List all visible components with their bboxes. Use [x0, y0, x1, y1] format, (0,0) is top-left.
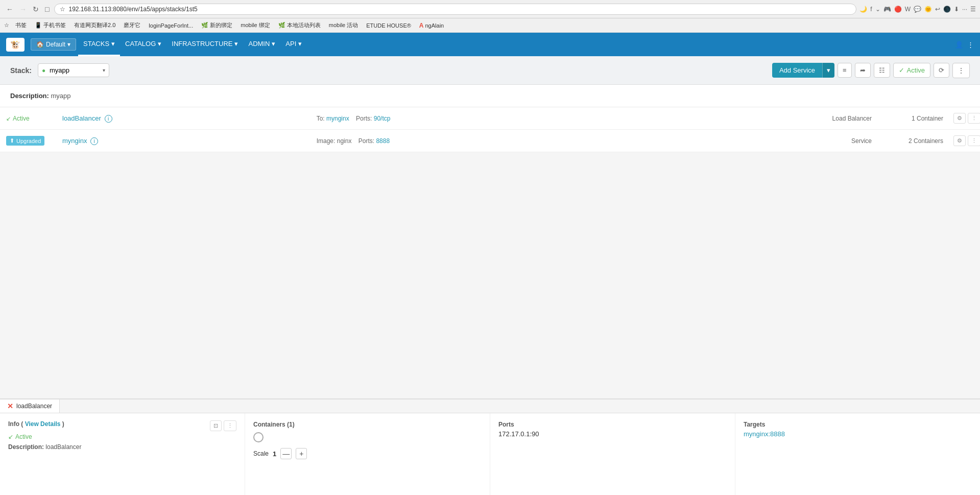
nav-admin-label: ADMIN	[248, 40, 270, 48]
service-name-link[interactable]: loadBalancer	[62, 114, 101, 122]
url-bar[interactable]: ☆ 192.168.31.113:8080/env/1a5/apps/stack…	[54, 4, 856, 15]
bookmark-label: mobile 绑定	[241, 21, 270, 29]
refresh-button[interactable]: ⟳	[934, 63, 949, 78]
bookmark-label: 书签	[15, 21, 27, 29]
info-icon[interactable]: i	[105, 115, 112, 123]
nav-infrastructure-label: INFRASTRUCTURE	[172, 40, 232, 48]
bookmark-moya[interactable]: 磨牙它	[122, 20, 142, 30]
bookmark-label: ngAlain	[425, 22, 444, 29]
env-label: Default	[46, 41, 65, 48]
bookmark-label: 🌿 新的绑定	[201, 21, 232, 29]
nav-infrastructure-arrow: ▾	[234, 40, 238, 48]
service-more-button[interactable]: ⋮	[968, 113, 980, 124]
add-service-button[interactable]: Add Service	[772, 63, 822, 78]
bookmark-ngalain[interactable]: A ngAlain	[417, 21, 446, 30]
bookmark-shujian[interactable]: 书签	[13, 20, 29, 30]
gear-icon: ⚙	[957, 137, 962, 144]
bookmark-activity-list[interactable]: 🌿 本地活动列表	[276, 20, 323, 30]
nav-stacks[interactable]: STACKS ▾	[78, 33, 120, 56]
nav-stacks-arrow: ▾	[111, 40, 115, 48]
status-label: Upgraded	[16, 138, 41, 144]
stack-select[interactable]: myapp	[38, 63, 109, 77]
bookmark-label: ETUDE HOUSE®	[366, 22, 411, 29]
nav-catalog-label: CATALOG	[125, 40, 156, 48]
bookmark-label: 🌿 本地活动列表	[278, 21, 321, 29]
add-service-group: Add Service ▾	[772, 63, 834, 78]
list-icon: ≡	[843, 66, 847, 74]
bookmark-mobile-bind[interactable]: mobile 绑定	[238, 20, 272, 30]
settings-icon[interactable]: ⋮	[967, 41, 974, 49]
bookmark-etude[interactable]: ETUDE HOUSE®	[364, 21, 413, 30]
bookmark-mobile-activity[interactable]: mobile 活动	[327, 20, 360, 30]
app-logo: 🐮	[6, 38, 25, 52]
service-more-button[interactable]: ⋮	[968, 135, 980, 146]
active-label: Active	[907, 66, 925, 74]
list-view-button[interactable]: ≡	[838, 63, 852, 78]
service-type-col: Service	[806, 132, 878, 150]
active-check-icon: ✓	[899, 66, 904, 74]
table-row: ⬆ Upgraded mynginx i Image: nginx Ports:…	[0, 130, 980, 152]
chevron-down-icon: ▾	[67, 41, 70, 48]
service-actions-col: ⚙ ⋮	[949, 130, 980, 151]
add-service-dropdown-button[interactable]: ▾	[822, 63, 834, 78]
bookmark-mobile[interactable]: 📱 手机书签	[33, 20, 68, 30]
upgraded-icon: ⬆	[10, 137, 14, 144]
nav-catalog[interactable]: CATALOG ▾	[120, 33, 166, 56]
undo-icon: ↩	[935, 6, 940, 13]
ports-value: 90/tcp	[374, 115, 391, 122]
user-icon[interactable]: 👤	[955, 41, 963, 49]
service-actions-col: ⚙ ⋮	[949, 108, 980, 129]
nav-admin-arrow: ▾	[272, 40, 275, 48]
logo-icon: 🐮	[10, 40, 20, 50]
status-badge: ⬆ Upgraded	[6, 136, 44, 146]
forward-button[interactable]: →	[17, 4, 29, 14]
star-icon: ☆	[60, 6, 65, 13]
bookmark-icon: ☆	[4, 22, 9, 29]
reload-button[interactable]: ↻	[31, 4, 41, 14]
active-status-button[interactable]: ✓ Active	[893, 63, 930, 78]
env-dropdown-button[interactable]: 🏠 Default ▾	[31, 38, 76, 51]
dots-icon: ⋮	[971, 115, 977, 121]
nav-infrastructure[interactable]: INFRASTRUCTURE ▾	[166, 33, 243, 56]
bookmark-newbind[interactable]: 🌿 新的绑定	[199, 20, 234, 30]
service-gear-button[interactable]: ⚙	[953, 113, 966, 124]
arrow-down-icon: ⌄	[875, 6, 880, 13]
bookmark-youdao[interactable]: 有道网页翻译2.0	[72, 20, 117, 30]
back-button[interactable]: ←	[4, 4, 15, 14]
service-name-col: mynginx i	[56, 132, 310, 150]
services-table: ↙ Active loadBalancer i To: mynginx Port…	[0, 107, 980, 152]
nav-buttons: ← → ↻ □	[4, 4, 51, 14]
share-button[interactable]: ➦	[855, 63, 871, 78]
bookmarks-bar: ☆ 书签 📱 手机书签 有道网页翻译2.0 磨牙它 loginPageForIn…	[0, 18, 980, 33]
image-label: Image:	[317, 137, 337, 145]
home-button[interactable]: □	[43, 4, 51, 14]
app-nav: 🐮 🏠 Default ▾ STACKS ▾ CATALOG ▾ INFRAST…	[0, 33, 980, 56]
stack-select-wrapper: ● myapp ▾	[38, 63, 109, 77]
nav-right: 👤 ⋮	[955, 41, 974, 49]
nav-api-arrow: ▾	[298, 40, 302, 48]
info-icon[interactable]: i	[90, 137, 98, 145]
active-arrow-icon: ↙	[6, 115, 11, 122]
more-icon: ⋮	[958, 66, 965, 75]
content-area: Description: myapp ↙ Active loadBalancer…	[0, 85, 980, 152]
nav-admin[interactable]: ADMIN ▾	[243, 33, 280, 56]
service-name-col: loadBalancer i	[56, 109, 310, 128]
service-status-col: ⬆ Upgraded	[0, 131, 56, 151]
table-row: ↙ Active loadBalancer i To: mynginx Port…	[0, 107, 980, 130]
download-icon: ⬇	[954, 6, 959, 13]
service-name-link[interactable]: mynginx	[62, 137, 87, 145]
service-gear-button[interactable]: ⚙	[953, 135, 966, 146]
nav-api[interactable]: API ▾	[280, 33, 307, 56]
service-type-col: Load Balancer	[806, 110, 878, 127]
stack-status-dot: ●	[42, 67, 45, 74]
description-value: myapp	[51, 92, 70, 100]
bookmark-login[interactable]: loginPageForInt...	[147, 21, 195, 30]
more-options-button[interactable]: ⋮	[952, 63, 970, 78]
export-button[interactable]: ☷	[874, 63, 890, 78]
home-icon: 🏠	[36, 41, 44, 48]
service-type: Load Balancer	[832, 115, 872, 122]
gear-icon: ⚙	[957, 115, 962, 121]
ports-label: Ports:	[358, 137, 376, 145]
chevron-down-icon: ▾	[103, 67, 105, 73]
export-icon: ☷	[879, 66, 885, 74]
